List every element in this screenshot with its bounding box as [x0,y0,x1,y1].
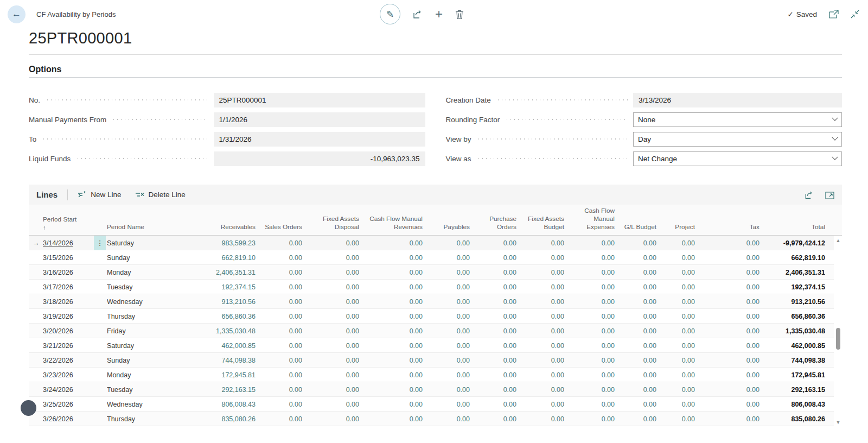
amount-cell-fixed_assets_disposal[interactable]: 0.00 [302,269,359,276]
amount-cell-purchase_orders[interactable]: 0.00 [470,313,516,320]
period-start-cell[interactable]: 3/16/2026 [43,269,93,276]
amount-cell-sales_orders[interactable]: 0.00 [256,269,302,276]
period-start-cell[interactable]: 3/25/2026 [43,401,93,408]
total-cell[interactable]: 806,008.43 [760,401,825,408]
amount-cell-receivables[interactable]: 462,000.85 [168,342,256,350]
table-row[interactable]: 3/16/2026Monday2,406,351.310.000.000.000… [29,265,834,280]
amount-cell-tax[interactable]: 0.00 [695,357,760,364]
amount-cell-cash_flow_manual_expenses[interactable]: 0.00 [564,371,615,379]
amount-cell-cash_flow_manual_revenues[interactable]: 0.00 [359,313,423,320]
amount-cell-fixed_assets_disposal[interactable]: 0.00 [302,298,359,306]
row-options-menu[interactable] [93,265,107,280]
scrollbar-down-button[interactable]: ▼ [834,420,842,425]
amount-cell-cash_flow_manual_revenues[interactable]: 0.00 [359,357,423,364]
field-value[interactable]: 1/1/2026 [214,112,425,127]
period-name-cell[interactable]: Wednesday [107,401,168,408]
amount-cell-cash_flow_manual_revenues[interactable]: 0.00 [359,327,423,335]
table-row[interactable]: 3/18/2026Wednesday913,210.560.000.000.00… [29,294,834,309]
amount-cell-fixed_assets_budget[interactable]: 0.00 [516,239,564,247]
column-header-cash_flow_manual_revenues[interactable]: Cash Flow Manual Revenues [359,213,423,235]
total-cell[interactable]: 172,945.81 [760,371,825,379]
field-value[interactable]: -10,963,023.35 [214,151,425,166]
amount-cell-receivables[interactable]: 292,163.15 [168,386,256,394]
amount-cell-fixed_assets_budget[interactable]: 0.00 [516,254,564,262]
amount-cell-payables[interactable]: 0.00 [423,371,470,379]
table-row[interactable]: 3/21/2026Saturday462,000.850.000.000.000… [29,338,834,353]
total-cell[interactable]: -9,979,424.12 [760,239,825,247]
amount-cell-cash_flow_manual_revenues[interactable]: 0.00 [359,342,423,350]
table-row[interactable]: 3/19/2026Thursday656,860.360.000.000.000… [29,309,834,324]
amount-cell-purchase_orders[interactable]: 0.00 [470,283,516,291]
amount-cell-fixed_assets_disposal[interactable]: 0.00 [302,283,359,291]
delete-line-button[interactable]: Delete Line [135,191,185,199]
period-start-cell[interactable]: 3/26/2026 [43,415,93,423]
amount-cell-fixed_assets_budget[interactable]: 0.00 [516,342,564,350]
total-cell[interactable]: 192,374.15 [760,283,825,291]
amount-cell-payables[interactable]: 0.00 [423,298,470,306]
period-start-cell[interactable]: 3/19/2026 [43,313,93,320]
field-value[interactable]: 25PTR000001 [214,93,425,107]
lines-heading[interactable]: Lines [36,190,58,199]
amount-cell-fixed_assets_disposal[interactable]: 0.00 [302,254,359,262]
period-start-cell[interactable]: 3/21/2026 [43,342,93,350]
new-document-button[interactable]: + [435,8,443,21]
amount-cell-payables[interactable]: 0.00 [423,239,470,247]
amount-cell-sales_orders[interactable]: 0.00 [256,415,302,423]
total-cell[interactable]: 292,163.15 [760,386,825,394]
period-start-cell[interactable]: 3/24/2026 [43,386,93,394]
column-header-period_start[interactable]: Period Start↑ [43,213,93,235]
amount-cell-fixed_assets_budget[interactable]: 0.00 [516,371,564,379]
amount-cell-payables[interactable]: 0.00 [423,357,470,364]
amount-cell-receivables[interactable]: 656,860.36 [168,313,256,320]
amount-cell-tax[interactable]: 0.00 [695,254,760,262]
period-start-cell[interactable]: 3/22/2026 [43,357,93,364]
amount-cell-cash_flow_manual_expenses[interactable]: 0.00 [564,401,615,408]
amount-cell-receivables[interactable]: 744,098.38 [168,357,256,364]
table-row[interactable]: 3/23/2026Monday172,945.810.000.000.000.0… [29,368,834,382]
amount-cell-cash_flow_manual_revenues[interactable]: 0.00 [359,386,423,394]
amount-cell-cash_flow_manual_revenues[interactable]: 0.00 [359,239,423,247]
table-row[interactable]: 3/22/2026Sunday744,098.380.000.000.000.0… [29,353,834,368]
amount-cell-sales_orders[interactable]: 0.00 [256,371,302,379]
period-name-cell[interactable]: Thursday [107,313,168,320]
row-options-menu[interactable] [93,368,107,382]
total-cell[interactable]: 913,210.56 [760,298,825,306]
amount-cell-cash_flow_manual_expenses[interactable]: 0.00 [564,415,615,423]
period-name-cell[interactable]: Friday [107,327,168,335]
column-header-period_name[interactable]: Period Name [107,221,168,235]
amount-cell-payables[interactable]: 0.00 [423,313,470,320]
amount-cell-project[interactable]: 0.00 [656,313,695,320]
amount-cell-tax[interactable]: 0.00 [695,239,760,247]
edit-button[interactable]: ✎ [380,4,400,24]
amount-cell-fixed_assets_disposal[interactable]: 0.00 [302,239,359,247]
amount-cell-gl_budget[interactable]: 0.00 [615,239,656,247]
column-header-fixed_assets_budget[interactable]: Fixed Assets Budget [516,213,564,235]
period-name-cell[interactable]: Monday [107,371,168,379]
amount-cell-tax[interactable]: 0.00 [695,401,760,408]
amount-cell-project[interactable]: 0.00 [656,239,695,247]
amount-cell-fixed_assets_disposal[interactable]: 0.00 [302,386,359,394]
vertical-scrollbar[interactable]: ▲ ▼ [834,237,842,425]
amount-cell-cash_flow_manual_expenses[interactable]: 0.00 [564,342,615,350]
total-cell[interactable]: 835,080.26 [760,415,825,423]
amount-cell-project[interactable]: 0.00 [656,269,695,276]
column-header-cash_flow_manual_expenses[interactable]: Cash Flow Manual Expenses [564,205,615,235]
amount-cell-tax[interactable]: 0.00 [695,269,760,276]
period-start-cell[interactable]: 3/23/2026 [43,371,93,379]
row-options-menu[interactable] [93,382,107,397]
table-row[interactable]: →3/14/2026⋮Saturday983,599.230.000.000.0… [29,236,834,250]
amount-cell-project[interactable]: 0.00 [656,371,695,379]
amount-cell-project[interactable]: 0.00 [656,283,695,291]
amount-cell-gl_budget[interactable]: 0.00 [615,327,656,335]
total-cell[interactable]: 744,098.38 [760,357,825,364]
amount-cell-sales_orders[interactable]: 0.00 [256,254,302,262]
amount-cell-payables[interactable]: 0.00 [423,401,470,408]
amount-cell-cash_flow_manual_revenues[interactable]: 0.00 [359,254,423,262]
amount-cell-tax[interactable]: 0.00 [695,415,760,423]
amount-cell-project[interactable]: 0.00 [656,415,695,423]
column-header-receivables[interactable]: Receivables [168,221,256,235]
amount-cell-receivables[interactable]: 983,599.23 [168,239,256,247]
field-dropdown[interactable]: Net Change [633,151,842,166]
amount-cell-payables[interactable]: 0.00 [423,269,470,276]
back-button[interactable]: ← [8,5,25,23]
